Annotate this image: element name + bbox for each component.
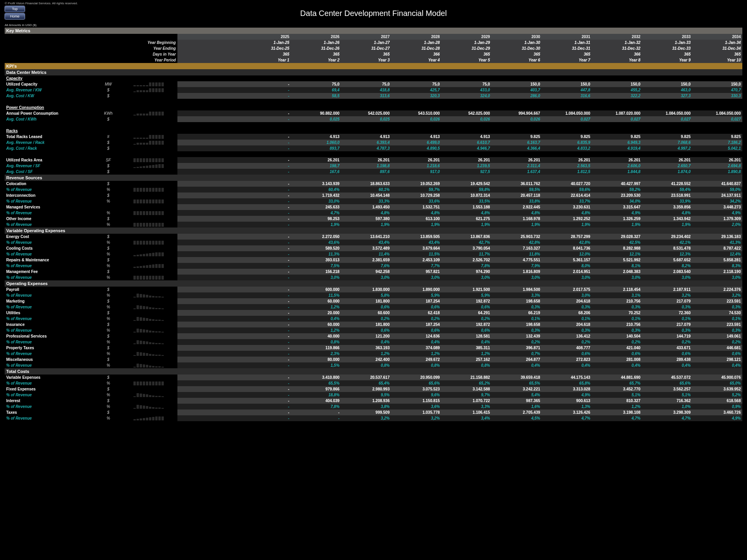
table-row: Interest$ -404.0391.208.9361.150.8151.07… [5,398,742,404]
table-row: % of Revenue% -3,0%3,0%3,0%3,0%3,0%3,0%3… [5,275,742,280]
sparkline [121,187,176,192]
table-row: Management Fee$ -156.218942.258957.82197… [5,269,742,275]
table-row: Colocation$ -3.143.93918.863.63319.052.2… [5,181,742,187]
sparkline [121,381,176,385]
sparkline [121,393,176,397]
table-row: % of Revenue% -11,3%11,4%11,5%11,7%11,8%… [5,251,742,257]
sparkline [121,352,176,356]
table-row: % of Revenue% --3,2%3,2%3,4%4,5%4,7%4,7%… [5,415,742,421]
sparkline [121,416,176,420]
table-row: Marketing$ -60.000181.800187.254192.8721… [5,298,742,304]
table-row: % of Revenue% -0,4%0,2%0,2%0,2%0,1%0,1%0… [5,316,742,322]
sparkline [121,211,176,215]
sparkline [121,222,176,227]
table-row: Miscellaneous$ -80.000242.400249.672257.… [5,357,742,362]
sparkline [121,158,176,162]
sparkline [121,135,176,139]
sparkline [121,140,176,145]
sparkline [121,88,176,92]
table-row: Total Racks Leased# -4.9134.9134.9134.91… [5,134,742,140]
sparkline [121,199,176,203]
table-row: Utilities$ -20.00060.60062.41864.29166.2… [5,310,742,316]
sparkline [121,252,176,256]
table-row: % of Revenue% -7,5%7,6%7,7%7,8%7,9%8,0%8… [5,263,742,269]
header-row: Days in Year 365365365366365365365366365… [5,51,742,57]
sparkline [121,240,176,245]
table-row: Avg. Revenue / Rack$ -1.060,06.393,46.49… [5,140,742,145]
group-row: Capacity [5,75,742,81]
table-row: Avg. Cost / SF$ -167,6897,6917,0927,51.6… [5,169,742,175]
band-vopex: Variable Operating Expenses [5,228,742,234]
table-row: Cooling Costs$ -589.5203.572.4893.679.66… [5,245,742,251]
table-row: % of Revenue% -65,5%65,4%65,6%65,2%65,5%… [5,380,742,386]
table-row: Property Taxes$ -119.866363.193374.08938… [5,345,742,351]
sparkline [121,164,176,168]
dcm-table: CapacityUtilized CapacityMW -75,075,075,… [5,75,742,175]
table-row: Managed Services -245.6331.493.4501.532.… [5,204,742,210]
table-row: % of Revenue% -1,9%1,9%1,9%1,9%1,9%1,9%1… [5,222,742,228]
sparkline [121,264,176,268]
rev-table: Colocation$ -3.143.93918.863.63319.052.2… [5,181,742,228]
table-row: % of Revenue% -1,2%0,6%0,6%0,6%0,3%0,3%0… [5,304,742,310]
sparkline [121,111,176,116]
tcosts-table: Variable Expenses$ -3.410.80020.537.6172… [5,374,742,421]
sparkline [121,328,176,332]
table-row: % of Revenue% -60,4%60,1%59,7%59,8%59,5%… [5,187,742,192]
table-row: Insurance$ -60.000181.800187.254192.8721… [5,322,742,327]
copyright: © Profit Vision Financial Services. All … [5,2,742,5]
table-row: Fixed Expenses$ -979.8662.980.9933.075.5… [5,386,742,392]
sparkline [121,340,176,344]
opex-table: Payroll$ -600.0001.830.0001.890.0001.921… [5,287,742,368]
table-row: Avg. Revenue / KW$ -69,4418,8425,7433,04… [5,87,742,93]
table-row: Annual Power ConsumptionKWh -90.882.0005… [5,110,742,116]
band-opex: Operating Expenses [5,280,742,287]
table-row: Avg. Cost / KW$ -58,5313,6320,3324,0286,… [5,93,742,99]
table-row: % of Revenue% -43,6%43,4%43,4%42,7%42,8%… [5,240,742,245]
table-row: Repairs & Maintenance$ -393.0132.381.659… [5,257,742,263]
table-row: Energy Cost$ -2.272.05013.641.21013.859.… [5,234,742,240]
table-row: Utilized CapacityMW -75,075,075,075,0150… [5,81,742,87]
header-row: Year Ending 31-Dec-2531-Dec-2631-Dec-273… [5,46,742,51]
table-row: Avg. Cost / Rack$ -893,74.787,34.890,54.… [5,145,742,151]
table-row: % of Revenue% -1,5%0,8%0,8%0,8%0,4%0,4%0… [5,362,742,368]
table-row: % of Revenue% -1,2%0,6%0,6%0,6%0,3%0,3%0… [5,327,742,333]
table-row: Variable Expenses$ -3.410.80020.537.6172… [5,374,742,380]
band-kpis: KPI's [5,63,742,69]
sparkline [121,305,176,309]
table-row: Avg. Revenue / SF$ -198,71.198,81.218,61… [5,163,742,169]
group-row: Racks [5,128,742,134]
header-row: Year Period Year 1Year 2Year 3Year 4Year… [5,57,742,63]
vopex-table: Energy Cost$ -2.272.05013.641.21013.859.… [5,234,742,280]
page-title: Data Center Development Financial Model [5,9,742,18]
table-row: % of Revenue% -11,5%5,8%5,9%5,9%3,3%3,0%… [5,292,742,298]
table-row: Utilized Racks AreaSF -26.20126.20126.20… [5,157,742,163]
currency-note: All Amounts in USD ($) [5,23,742,27]
sparkline [121,363,176,368]
table-row: % of Revenue% -18,8%9,5%9,6%9,7%5,4%4,9%… [5,392,742,398]
header-table: 2025202620272028202920302031203220332034… [5,34,742,63]
year-row: 2025202620272028202920302031203220332034 [5,34,742,40]
header-row: Year Beginning 1-Jan-251-Jan-261-Jan-271… [5,40,742,46]
table-row: % of Revenue% -33,0%33,3%33,6%33,5%33,8%… [5,198,742,204]
table-row: % of Revenue% -4,7%4,8%4,8%4,8%4,8%4,8%4… [5,210,742,216]
sparkline [121,275,176,280]
table-row: Payroll$ -600.0001.830.0001.890.0001.921… [5,287,742,292]
table-row: % of Revenue% -2,3%1,2%1,2%1,2%0,7%0,6%0… [5,351,742,357]
table-row: Other Income$ -98.253597.380613.100621.2… [5,216,742,222]
table-row: Taxes$ --999.5091.035.7781.106.4152.705.… [5,410,742,415]
band-dcm: Data Center Metrics [5,69,742,75]
sparkline [121,82,176,86]
band-tcosts: Total Costs [5,368,742,374]
band-key-metrics: Key Metrics [5,28,742,34]
sparkline [121,404,176,409]
table-row: Interconnection$ -1.719.43210.454.14810.… [5,192,742,198]
group-row: Power Consumption [5,105,742,110]
table-row: % of Revenue% -0,8%0,4%0,4%0,4%0,2%0,2%0… [5,339,742,345]
table-row: Avg. Cost / KWh$ -0,0250,0250,0260,0260,… [5,116,742,122]
sparkline [121,317,176,321]
table-row: Professional Services$ -40.000121.200124… [5,333,742,339]
table-row: % of Revenue% -7,8%3,8%3,6%3,3%1,6%1,3%1… [5,404,742,410]
band-rev: Revenue Sources [5,175,742,181]
sparkline [121,293,176,298]
